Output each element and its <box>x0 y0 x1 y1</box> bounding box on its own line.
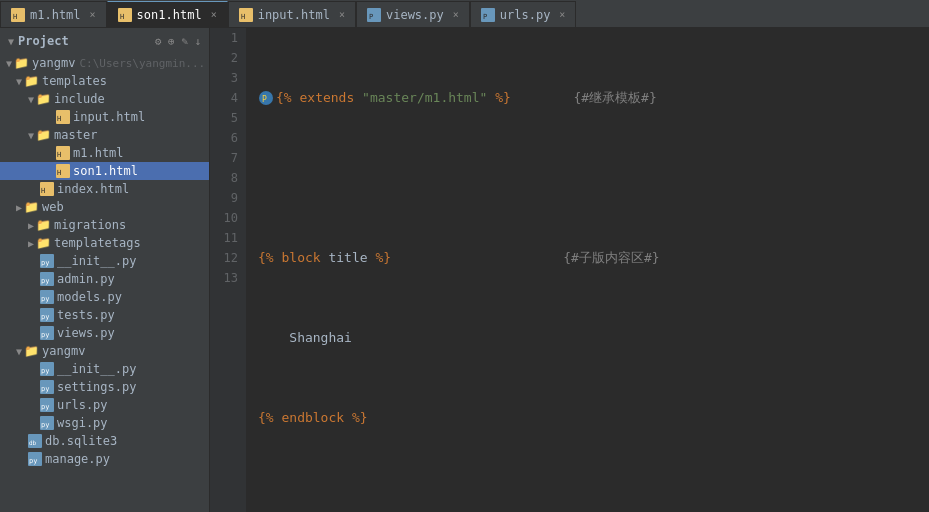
py-file-icon-settings: py <box>40 380 54 394</box>
ln-2: 2 <box>218 48 238 68</box>
tree-label-views-py: views.py <box>57 326 115 340</box>
tree-root-path: C:\Users\yangmin... <box>79 57 205 70</box>
tree-item-admin-py[interactable]: py admin.py <box>0 270 209 288</box>
html-file-icon: H <box>56 110 70 124</box>
tab-input[interactable]: H input.html × <box>228 1 356 27</box>
tree-item-models-py[interactable]: py models.py <box>0 288 209 306</box>
tree-item-db-sqlite3[interactable]: db db.sqlite3 <box>0 432 209 450</box>
folder-icon-web: 📁 <box>24 200 39 214</box>
code-line-5: {% endblock %} <box>258 408 917 428</box>
tab-close-m1[interactable]: × <box>90 9 96 20</box>
code-3-space <box>391 248 563 268</box>
code-content[interactable]: P {% extends "master/m1.html" %} {#继承模板#… <box>246 28 929 512</box>
tab-urls[interactable]: P urls.py × <box>470 1 577 27</box>
svg-text:py: py <box>41 295 49 303</box>
tree-item-urls-py[interactable]: py urls.py <box>0 396 209 414</box>
tree-item-yangmv-group[interactable]: ▼ 📁 yangmv <box>0 342 209 360</box>
tree-item-m1-html[interactable]: H m1.html <box>0 144 209 162</box>
svg-text:H: H <box>241 13 245 21</box>
py-file-icon-urls: py <box>40 398 54 412</box>
code-line-2 <box>258 168 917 188</box>
tree-item-templates[interactable]: ▼ 📁 templates <box>0 72 209 90</box>
ln-12: 12 <box>218 248 238 268</box>
tree-root-label: yangmv <box>32 56 75 70</box>
folder-icon-master: 📁 <box>36 128 51 142</box>
folder-icon-include: 📁 <box>36 92 51 106</box>
tree-label-manage-py: manage.py <box>45 452 110 466</box>
ln-5: 5 <box>218 108 238 128</box>
folder-icon-templatetags: 📁 <box>36 236 51 250</box>
db-file-icon: db <box>28 434 42 448</box>
svg-text:py: py <box>41 259 49 267</box>
tree-item-templatetags[interactable]: ▶ 📁 templatetags <box>0 234 209 252</box>
tab-close-views[interactable]: × <box>453 9 459 20</box>
tree-item-manage-py[interactable]: py manage.py <box>0 450 209 468</box>
tree-item-index-html[interactable]: H index.html <box>0 180 209 198</box>
svg-text:H: H <box>41 187 45 195</box>
tree-item-wsgi-py[interactable]: py wsgi.py <box>0 414 209 432</box>
svg-text:py: py <box>41 367 49 375</box>
tree-item-tests-py[interactable]: py tests.py <box>0 306 209 324</box>
tree-root[interactable]: ▼ 📁 yangmv C:\Users\yangmin... <box>0 54 209 72</box>
tree-item-init2-py[interactable]: py __init__.py <box>0 360 209 378</box>
tab-close-urls[interactable]: × <box>559 9 565 20</box>
svg-text:py: py <box>41 277 49 285</box>
svg-text:P: P <box>483 13 487 21</box>
svg-text:db: db <box>29 439 37 446</box>
tree-label-urls-py: urls.py <box>57 398 108 412</box>
tree-label-wsgi-py: wsgi.py <box>57 416 108 430</box>
sidebar-tools: ⚙ ⊕ ✎ ↓ <box>155 35 201 48</box>
tab-son1[interactable]: H son1.html × <box>107 1 228 27</box>
code-4-indent <box>258 328 289 348</box>
tree-label-admin-py: admin.py <box>57 272 115 286</box>
tab-close-input[interactable]: × <box>339 9 345 20</box>
code-5-tag2: %} <box>352 408 368 428</box>
code-1-tag1: {% <box>276 88 292 108</box>
code-4-text: Shanghai <box>289 328 352 348</box>
tree-label-init-py: __init__.py <box>57 254 136 268</box>
code-1-comment: {#继承模板#} <box>573 88 656 108</box>
tab-m1[interactable]: H m1.html × <box>0 1 107 27</box>
ln-7: 7 <box>218 148 238 168</box>
sidebar: ▼ Project ⚙ ⊕ ✎ ↓ ▼ 📁 yangmv C:\Users\ya… <box>0 28 210 512</box>
html-file-icon-son1: H <box>56 164 70 178</box>
tab-views[interactable]: P views.py × <box>356 1 470 27</box>
tree-item-views-py[interactable]: py views.py <box>0 324 209 342</box>
tree-item-include[interactable]: ▼ 📁 include <box>0 90 209 108</box>
code-line-4: Shanghai <box>258 328 917 348</box>
tab-close-son1[interactable]: × <box>211 9 217 20</box>
tree-item-migrations[interactable]: ▶ 📁 migrations <box>0 216 209 234</box>
ln-6: 6 <box>218 128 238 148</box>
main-layout: ▼ Project ⚙ ⊕ ✎ ↓ ▼ 📁 yangmv C:\Users\ya… <box>0 28 929 512</box>
tree-item-settings-py[interactable]: py settings.py <box>0 378 209 396</box>
tree-label-tests-py: tests.py <box>57 308 115 322</box>
ln-8: 8 <box>218 168 238 188</box>
code-3-name: title <box>328 248 367 268</box>
tree-label-index-html: index.html <box>57 182 129 196</box>
tree-item-son1-html[interactable]: H son1.html <box>0 162 209 180</box>
py-file-icon-views: py <box>40 326 54 340</box>
tree-label-include: include <box>54 92 105 106</box>
svg-text:H: H <box>13 13 17 21</box>
python-logo: P <box>258 90 274 106</box>
editor[interactable]: 1 2 3 4 5 6 7 8 9 10 11 12 13 P {% exten… <box>210 28 929 512</box>
html-file-icon-index: H <box>40 182 54 196</box>
svg-text:H: H <box>57 169 61 177</box>
py-file-icon-init2: py <box>40 362 54 376</box>
tree-item-init-py[interactable]: py __init__.py <box>0 252 209 270</box>
svg-text:P: P <box>369 13 373 21</box>
py-file-icon-admin: py <box>40 272 54 286</box>
py-file-icon-manage: py <box>28 452 42 466</box>
folder-icon-migrations: 📁 <box>36 218 51 232</box>
svg-text:P: P <box>262 95 267 104</box>
tree-item-master[interactable]: ▼ 📁 master <box>0 126 209 144</box>
svg-text:H: H <box>120 13 124 21</box>
sidebar-header: ▼ Project ⚙ ⊕ ✎ ↓ <box>0 28 209 54</box>
tree-label-input-html: input.html <box>73 110 145 124</box>
svg-text:H: H <box>57 115 61 123</box>
tree-item-input-html[interactable]: H input.html <box>0 108 209 126</box>
tree-item-web[interactable]: ▶ 📁 web <box>0 198 209 216</box>
tree-label-master: master <box>54 128 97 142</box>
ln-11: 11 <box>218 228 238 248</box>
sidebar-title: Project <box>18 34 69 48</box>
